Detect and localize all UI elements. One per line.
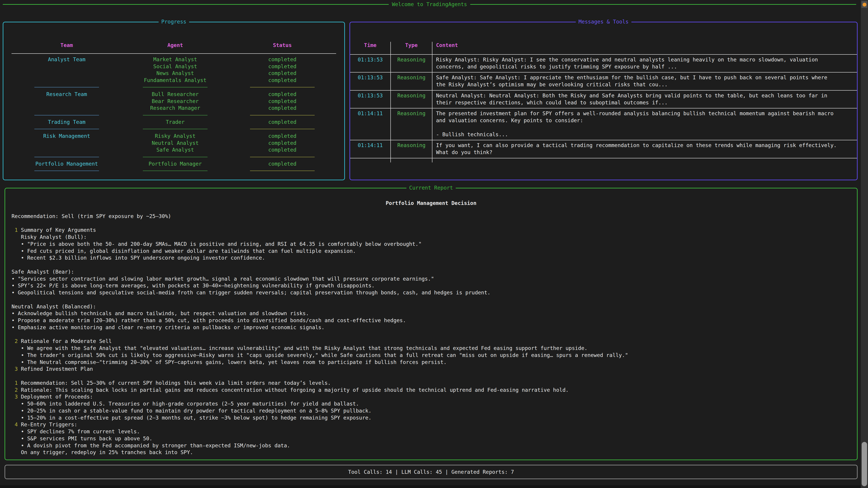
message-row: 01:13:53ReasoningSafe Analyst: Safe Anal… bbox=[350, 72, 857, 91]
message-row: 01:13:53ReasoningRisky Analyst: Risky An… bbox=[350, 55, 857, 73]
progress-col-status: Status bbox=[220, 42, 344, 49]
progress-agent-cell: Market AnalystSocial AnalystNews Analyst… bbox=[130, 56, 220, 84]
status-value: completed bbox=[220, 70, 344, 77]
status-value: completed bbox=[220, 105, 344, 111]
progress-status-cell: completed bbox=[220, 119, 344, 126]
report-line: 4 Re-Entry Triggers: bbox=[11, 421, 857, 428]
message-content-line: The presented investment plan for SPY of… bbox=[436, 110, 857, 117]
messages-table-body: 01:13:53ReasoningRisky Analyst: Risky An… bbox=[350, 55, 857, 158]
sep-team-line bbox=[34, 115, 99, 116]
progress-panel: Progress Team Agent Status Analyst TeamM… bbox=[3, 22, 345, 180]
message-content-line: Safe Analyst: Safe Analyst: I appreciate… bbox=[436, 74, 857, 81]
bottom-edge-strip bbox=[0, 485, 861, 488]
progress-team-cell: Analyst Team bbox=[3, 56, 130, 84]
agent-name: News Analyst bbox=[130, 70, 220, 77]
list-number: 1 bbox=[15, 380, 18, 386]
status-value: completed bbox=[220, 119, 344, 126]
sep-agent-line bbox=[143, 115, 208, 116]
report-line bbox=[11, 220, 857, 227]
status-value: completed bbox=[220, 140, 344, 147]
progress-team-cell: Research Team bbox=[3, 91, 130, 111]
report-line: • Propose a moderate trim (20–30%) rathe… bbox=[11, 317, 857, 324]
progress-agent-cell: Portfolio Manager bbox=[130, 160, 220, 167]
message-content-line: Risky Analyst: Risky Analyst: I see the … bbox=[436, 56, 857, 63]
message-content: The presented investment plan for SPY of… bbox=[432, 108, 857, 140]
agent-name: Safe Analyst bbox=[130, 147, 220, 153]
message-content-line: What do you think? bbox=[436, 149, 857, 156]
messages-table: Time Type Content 01:13:53ReasoningRisky… bbox=[350, 42, 857, 162]
status-value: completed bbox=[220, 160, 344, 167]
rule-line-left bbox=[3, 4, 389, 5]
agent-name: Fundamentals Analyst bbox=[130, 77, 220, 84]
progress-group-row: Research TeamBull ResearcherBear Researc… bbox=[3, 91, 344, 111]
message-content-line: - Bullish technicals... bbox=[436, 131, 857, 138]
progress-panel-title: Progress bbox=[159, 18, 189, 25]
progress-status-cell: completedcompletedcompletedcompleted bbox=[220, 56, 344, 84]
messages-table-stub bbox=[350, 158, 857, 162]
scrollbar-track[interactable] bbox=[861, 0, 868, 488]
message-content: Risky Analyst: Risky Analyst: I see the … bbox=[432, 55, 857, 72]
sep-agent-line bbox=[143, 157, 208, 157]
sep-status-line bbox=[250, 115, 315, 116]
status-value: completed bbox=[220, 77, 344, 84]
messages-col-content: Content bbox=[432, 42, 857, 54]
sep-status-line bbox=[250, 87, 315, 88]
message-content-line bbox=[436, 124, 857, 131]
message-time: 01:13:53 bbox=[350, 72, 391, 90]
report-line: 2 Rationale: This scaling back locks in … bbox=[11, 387, 857, 394]
status-value: completed bbox=[220, 133, 344, 140]
report-line: Risky Analyst (Bull): bbox=[11, 234, 857, 240]
messages-panel: Messages & Tools Time Type Content 01:13… bbox=[349, 22, 858, 180]
welcome-rule: Welcome to TradingAgents bbox=[3, 1, 856, 8]
footer-stats-text: Tool Calls: 14 | LLM Calls: 45 | Generat… bbox=[348, 468, 514, 476]
sep-team-line bbox=[34, 129, 99, 129]
message-type: Reasoning bbox=[391, 108, 432, 140]
report-line: • Recent $2.3 billion inflows into SPY u… bbox=[11, 254, 857, 261]
report-line bbox=[11, 331, 857, 338]
status-value: completed bbox=[220, 56, 344, 63]
progress-table-header: Team Agent Status bbox=[3, 42, 344, 49]
sep-agent-line bbox=[143, 129, 208, 129]
agent-name: Bull Researcher bbox=[130, 91, 220, 98]
message-content-line: and valuation concerns. Key points to co… bbox=[436, 117, 857, 124]
progress-group-separator bbox=[3, 153, 344, 160]
report-line: Neutral Analyst (Balanced): bbox=[11, 303, 857, 310]
report-line: • Acknowledge bullish technicals and mac… bbox=[11, 310, 857, 317]
list-number: 2 bbox=[15, 387, 18, 393]
sep-team-line bbox=[34, 87, 99, 88]
report-line: 1 Summary of Key Arguments bbox=[11, 227, 857, 234]
progress-group-row: Risk ManagementRisky AnalystNeutral Anal… bbox=[3, 133, 344, 153]
agent-name: Trader bbox=[130, 119, 220, 126]
message-content: Safe Analyst: Safe Analyst: I appreciate… bbox=[432, 72, 857, 90]
progress-group-separator bbox=[3, 111, 344, 119]
list-number: 3 bbox=[15, 394, 18, 400]
report-line bbox=[11, 261, 857, 268]
sep-status-line bbox=[250, 129, 315, 129]
sep-status-line bbox=[250, 157, 315, 157]
agent-name: Bear Researcher bbox=[130, 98, 220, 105]
sep-agent-line bbox=[143, 87, 208, 88]
report-line: • We agree with the Safe Analyst that "e… bbox=[11, 345, 857, 352]
progress-col-team: Team bbox=[3, 42, 130, 49]
progress-team-cell: Trading Team bbox=[3, 119, 130, 126]
report-line: 1 Recommendation: Sell 25–30% of current… bbox=[11, 380, 857, 387]
message-content-line: their respective directions, which could… bbox=[436, 99, 857, 106]
agent-name: Portfolio Manager bbox=[130, 160, 220, 167]
report-line: • The Neutral compromise—"trimming 20–30… bbox=[11, 359, 857, 366]
messages-table-header: Time Type Content bbox=[350, 42, 857, 55]
report-line: • Emphasize active monitoring and clear … bbox=[11, 324, 857, 331]
report-line: • Geopolitical tensions and speculative … bbox=[11, 289, 857, 296]
current-report-panel: Current Report Portfolio Management Deci… bbox=[4, 188, 858, 460]
progress-status-cell: completed bbox=[220, 160, 344, 167]
sep-status-line bbox=[250, 170, 315, 171]
progress-group-separator bbox=[3, 84, 344, 91]
list-number: 4 bbox=[15, 422, 18, 427]
message-type: Reasoning bbox=[391, 55, 432, 72]
footer-stats-panel: Tool Calls: 14 | LLM Calls: 45 | Generat… bbox=[4, 465, 858, 479]
report-line: • 15–20% in a cost-effective put spread … bbox=[11, 414, 857, 421]
agent-name: Research Manager bbox=[130, 105, 220, 111]
list-number: 2 bbox=[15, 338, 18, 344]
scrollbar-thumb[interactable] bbox=[862, 442, 867, 486]
status-value: completed bbox=[220, 91, 344, 98]
report-body: Recommendation: Sell (trim SPY exposure … bbox=[11, 213, 857, 456]
